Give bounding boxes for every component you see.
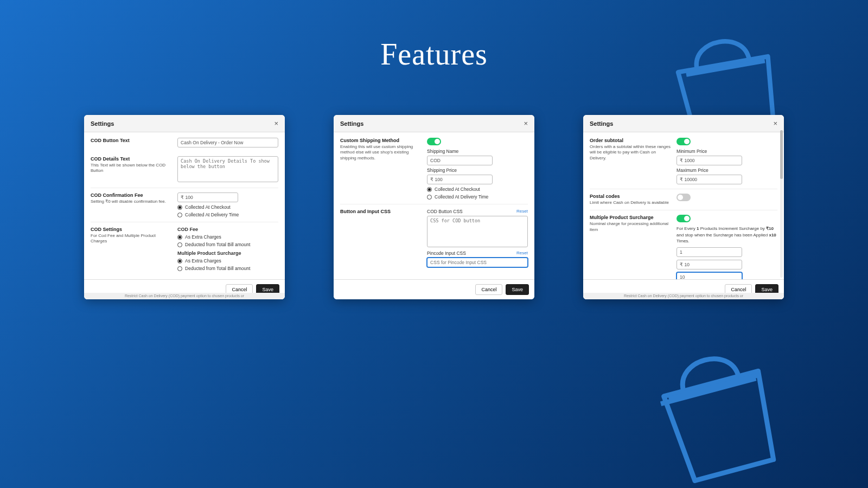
- min-price-label: Minimum Price: [676, 149, 777, 154]
- cod-details-label: COD Details Text: [91, 156, 173, 162]
- mps-amount-input[interactable]: [676, 260, 742, 269]
- subtotal-toggle[interactable]: [676, 138, 691, 145]
- cod-settings-desc: For Cod Fee and Multiple Product Charges: [91, 233, 173, 245]
- radio-deducted-1[interactable]: Deducted from Total Bill amount: [177, 242, 278, 247]
- csm-desc: Enabling this will use custom shipping m…: [340, 144, 423, 161]
- order-subtotal-label: Order subtotal: [590, 138, 672, 143]
- csm-label: Custom Shipping Method: [340, 138, 423, 143]
- postal-codes-desc: Limit where Cash on Delivery is availabl…: [590, 200, 672, 206]
- mps-toggle[interactable]: [676, 215, 691, 222]
- mps-note: For Every 1 Products Increment Surcharge…: [676, 226, 777, 244]
- mps-label: Multiple Product Surcharge: [590, 215, 672, 220]
- cod-settings-label: COD Settings: [91, 227, 173, 232]
- postal-toggle[interactable]: [676, 194, 691, 201]
- cod-button-css-textarea[interactable]: [427, 216, 528, 247]
- cod-details-desc: This Text will be shown below the COD Bu…: [91, 163, 173, 174]
- min-price-input[interactable]: [676, 156, 742, 165]
- backdrop-text: Restrict Cash on Delivery (COD) payment …: [583, 293, 784, 299]
- cod-fee-sublabel: COD Fee: [177, 227, 278, 232]
- mps-times-input[interactable]: [676, 272, 742, 279]
- postal-codes-label: Postal codes: [590, 194, 672, 199]
- settings-modal-shipping: Settings × Custom Shipping Method Enabli…: [334, 115, 534, 299]
- reset-link[interactable]: Reset: [516, 209, 528, 214]
- cod-conf-fee-input[interactable]: [177, 192, 238, 202]
- shipping-name-label: Shipping Name: [427, 149, 528, 154]
- settings-modal-cod-text: Settings × COD Button Text COD Details T…: [84, 115, 285, 299]
- order-subtotal-desc: Orders with a subtotal within these rang…: [590, 144, 672, 161]
- cod-details-textarea[interactable]: [177, 156, 278, 182]
- settings-modal-order-rules: Settings × Order subtotal Orders with a …: [583, 115, 784, 299]
- modal-title: Settings: [590, 120, 613, 127]
- backdrop-text: Restrict Cash on Delivery (COD) payment …: [84, 293, 285, 299]
- mp-surcharge-sublabel: Multiple Product Surcharge: [177, 251, 278, 256]
- modal-title: Settings: [91, 120, 114, 127]
- shipping-price-input[interactable]: [427, 175, 493, 184]
- btn-input-css-label: Button and Input CSS: [340, 209, 423, 214]
- reset-link[interactable]: Reset: [516, 251, 528, 255]
- max-price-input[interactable]: [676, 175, 742, 184]
- mps-desc: Nominal charge for processing additional…: [590, 221, 672, 233]
- shipping-name-input[interactable]: [427, 156, 493, 165]
- csm-toggle[interactable]: [427, 138, 441, 145]
- close-icon[interactable]: ×: [524, 120, 528, 127]
- cod-button-text-input[interactable]: [177, 138, 278, 147]
- cod-button-text-label: COD Button Text: [91, 138, 173, 143]
- close-icon[interactable]: ×: [773, 120, 777, 127]
- radio-collected-checkout[interactable]: Collected At Checkout: [427, 187, 528, 192]
- pincode-css-label: Pincode Input CSSReset: [427, 251, 528, 256]
- shipping-price-label: Shipping Price: [427, 168, 528, 173]
- cod-conf-fee-label: COD Confirmation Fee: [91, 192, 173, 198]
- radio-extra-charges-1[interactable]: As Extra Charges: [177, 234, 278, 240]
- radio-collected-delivery[interactable]: Collected At Delivery Time: [427, 194, 528, 200]
- radio-extra-charges-2[interactable]: As Extra Charges: [177, 258, 278, 264]
- cod-button-css-label: COD Button CSSReset: [427, 209, 528, 214]
- radio-collected-delivery[interactable]: Collected At Delivery Time: [177, 212, 278, 217]
- modal-title: Settings: [340, 120, 363, 127]
- mps-count-input[interactable]: [676, 247, 742, 257]
- radio-collected-checkout[interactable]: Collected At Checkout: [177, 204, 278, 210]
- bag-icon: [640, 325, 803, 488]
- cod-conf-fee-desc: Setting ₹0 will disable confirmation fee…: [91, 199, 173, 204]
- radio-deducted-2[interactable]: Deducted from Total Bill amount: [177, 266, 278, 271]
- cancel-button[interactable]: Cancel: [475, 284, 502, 295]
- scrollbar-thumb[interactable]: [780, 130, 783, 179]
- save-button[interactable]: Save: [506, 284, 529, 295]
- max-price-label: Maximum Price: [676, 168, 777, 173]
- pincode-css-input[interactable]: [427, 258, 528, 267]
- close-icon[interactable]: ×: [274, 120, 278, 127]
